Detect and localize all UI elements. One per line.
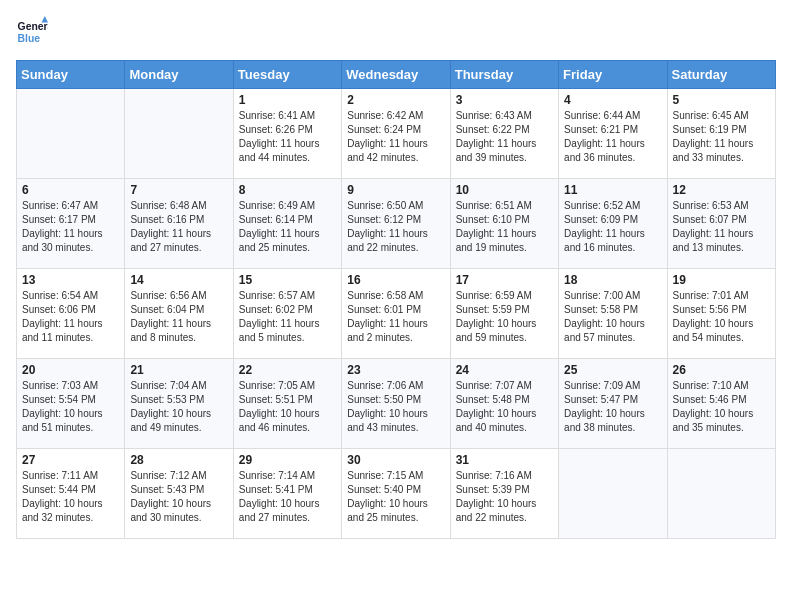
calendar-cell: 23Sunrise: 7:06 AM Sunset: 5:50 PM Dayli… — [342, 359, 450, 449]
day-number: 31 — [456, 453, 553, 467]
logo: General Blue — [16, 16, 52, 48]
day-number: 8 — [239, 183, 336, 197]
calendar-cell: 26Sunrise: 7:10 AM Sunset: 5:46 PM Dayli… — [667, 359, 775, 449]
day-number: 24 — [456, 363, 553, 377]
day-info: Sunrise: 7:10 AM Sunset: 5:46 PM Dayligh… — [673, 379, 770, 435]
day-number: 3 — [456, 93, 553, 107]
day-info: Sunrise: 6:48 AM Sunset: 6:16 PM Dayligh… — [130, 199, 227, 255]
day-info: Sunrise: 6:58 AM Sunset: 6:01 PM Dayligh… — [347, 289, 444, 345]
day-info: Sunrise: 7:00 AM Sunset: 5:58 PM Dayligh… — [564, 289, 661, 345]
day-info: Sunrise: 6:47 AM Sunset: 6:17 PM Dayligh… — [22, 199, 119, 255]
day-number: 29 — [239, 453, 336, 467]
calendar-cell: 20Sunrise: 7:03 AM Sunset: 5:54 PM Dayli… — [17, 359, 125, 449]
calendar-cell: 15Sunrise: 6:57 AM Sunset: 6:02 PM Dayli… — [233, 269, 341, 359]
day-header-friday: Friday — [559, 61, 667, 89]
day-info: Sunrise: 7:01 AM Sunset: 5:56 PM Dayligh… — [673, 289, 770, 345]
calendar-cell: 18Sunrise: 7:00 AM Sunset: 5:58 PM Dayli… — [559, 269, 667, 359]
day-number: 21 — [130, 363, 227, 377]
day-number: 25 — [564, 363, 661, 377]
day-number: 6 — [22, 183, 119, 197]
calendar-cell: 10Sunrise: 6:51 AM Sunset: 6:10 PM Dayli… — [450, 179, 558, 269]
calendar-cell: 30Sunrise: 7:15 AM Sunset: 5:40 PM Dayli… — [342, 449, 450, 539]
day-info: Sunrise: 7:06 AM Sunset: 5:50 PM Dayligh… — [347, 379, 444, 435]
day-number: 19 — [673, 273, 770, 287]
calendar-cell: 29Sunrise: 7:14 AM Sunset: 5:41 PM Dayli… — [233, 449, 341, 539]
calendar-cell: 31Sunrise: 7:16 AM Sunset: 5:39 PM Dayli… — [450, 449, 558, 539]
svg-text:General: General — [18, 21, 48, 32]
calendar-cell: 9Sunrise: 6:50 AM Sunset: 6:12 PM Daylig… — [342, 179, 450, 269]
day-info: Sunrise: 6:44 AM Sunset: 6:21 PM Dayligh… — [564, 109, 661, 165]
day-number: 30 — [347, 453, 444, 467]
calendar-cell: 2Sunrise: 6:42 AM Sunset: 6:24 PM Daylig… — [342, 89, 450, 179]
day-info: Sunrise: 7:11 AM Sunset: 5:44 PM Dayligh… — [22, 469, 119, 525]
calendar-cell: 6Sunrise: 6:47 AM Sunset: 6:17 PM Daylig… — [17, 179, 125, 269]
day-number: 10 — [456, 183, 553, 197]
day-number: 7 — [130, 183, 227, 197]
calendar-cell — [559, 449, 667, 539]
day-number: 14 — [130, 273, 227, 287]
svg-marker-2 — [42, 16, 48, 22]
page-header: General Blue — [16, 16, 776, 48]
day-number: 20 — [22, 363, 119, 377]
day-info: Sunrise: 6:52 AM Sunset: 6:09 PM Dayligh… — [564, 199, 661, 255]
day-info: Sunrise: 6:45 AM Sunset: 6:19 PM Dayligh… — [673, 109, 770, 165]
day-number: 17 — [456, 273, 553, 287]
calendar-cell: 16Sunrise: 6:58 AM Sunset: 6:01 PM Dayli… — [342, 269, 450, 359]
day-info: Sunrise: 7:16 AM Sunset: 5:39 PM Dayligh… — [456, 469, 553, 525]
day-info: Sunrise: 6:56 AM Sunset: 6:04 PM Dayligh… — [130, 289, 227, 345]
calendar-cell: 17Sunrise: 6:59 AM Sunset: 5:59 PM Dayli… — [450, 269, 558, 359]
calendar-cell: 11Sunrise: 6:52 AM Sunset: 6:09 PM Dayli… — [559, 179, 667, 269]
day-number: 12 — [673, 183, 770, 197]
day-info: Sunrise: 6:57 AM Sunset: 6:02 PM Dayligh… — [239, 289, 336, 345]
calendar-cell: 25Sunrise: 7:09 AM Sunset: 5:47 PM Dayli… — [559, 359, 667, 449]
day-number: 18 — [564, 273, 661, 287]
calendar-cell: 8Sunrise: 6:49 AM Sunset: 6:14 PM Daylig… — [233, 179, 341, 269]
day-info: Sunrise: 7:03 AM Sunset: 5:54 PM Dayligh… — [22, 379, 119, 435]
calendar-cell: 28Sunrise: 7:12 AM Sunset: 5:43 PM Dayli… — [125, 449, 233, 539]
day-info: Sunrise: 7:12 AM Sunset: 5:43 PM Dayligh… — [130, 469, 227, 525]
day-number: 13 — [22, 273, 119, 287]
day-number: 11 — [564, 183, 661, 197]
calendar-cell — [667, 449, 775, 539]
day-number: 28 — [130, 453, 227, 467]
day-number: 22 — [239, 363, 336, 377]
day-number: 2 — [347, 93, 444, 107]
calendar-cell: 7Sunrise: 6:48 AM Sunset: 6:16 PM Daylig… — [125, 179, 233, 269]
day-info: Sunrise: 7:15 AM Sunset: 5:40 PM Dayligh… — [347, 469, 444, 525]
calendar: SundayMondayTuesdayWednesdayThursdayFrid… — [16, 60, 776, 539]
svg-text:Blue: Blue — [18, 33, 41, 44]
calendar-cell: 3Sunrise: 6:43 AM Sunset: 6:22 PM Daylig… — [450, 89, 558, 179]
logo-icon: General Blue — [16, 16, 48, 48]
day-number: 26 — [673, 363, 770, 377]
day-info: Sunrise: 7:07 AM Sunset: 5:48 PM Dayligh… — [456, 379, 553, 435]
calendar-cell: 12Sunrise: 6:53 AM Sunset: 6:07 PM Dayli… — [667, 179, 775, 269]
day-info: Sunrise: 6:59 AM Sunset: 5:59 PM Dayligh… — [456, 289, 553, 345]
day-number: 5 — [673, 93, 770, 107]
day-number: 16 — [347, 273, 444, 287]
day-header-monday: Monday — [125, 61, 233, 89]
calendar-cell: 4Sunrise: 6:44 AM Sunset: 6:21 PM Daylig… — [559, 89, 667, 179]
calendar-cell: 14Sunrise: 6:56 AM Sunset: 6:04 PM Dayli… — [125, 269, 233, 359]
day-info: Sunrise: 6:42 AM Sunset: 6:24 PM Dayligh… — [347, 109, 444, 165]
day-info: Sunrise: 6:53 AM Sunset: 6:07 PM Dayligh… — [673, 199, 770, 255]
day-header-saturday: Saturday — [667, 61, 775, 89]
day-number: 23 — [347, 363, 444, 377]
day-number: 15 — [239, 273, 336, 287]
calendar-cell: 19Sunrise: 7:01 AM Sunset: 5:56 PM Dayli… — [667, 269, 775, 359]
day-header-tuesday: Tuesday — [233, 61, 341, 89]
day-info: Sunrise: 6:54 AM Sunset: 6:06 PM Dayligh… — [22, 289, 119, 345]
day-header-thursday: Thursday — [450, 61, 558, 89]
day-info: Sunrise: 6:49 AM Sunset: 6:14 PM Dayligh… — [239, 199, 336, 255]
calendar-cell: 27Sunrise: 7:11 AM Sunset: 5:44 PM Dayli… — [17, 449, 125, 539]
day-info: Sunrise: 7:05 AM Sunset: 5:51 PM Dayligh… — [239, 379, 336, 435]
calendar-cell: 22Sunrise: 7:05 AM Sunset: 5:51 PM Dayli… — [233, 359, 341, 449]
calendar-cell: 13Sunrise: 6:54 AM Sunset: 6:06 PM Dayli… — [17, 269, 125, 359]
calendar-cell: 24Sunrise: 7:07 AM Sunset: 5:48 PM Dayli… — [450, 359, 558, 449]
calendar-cell — [17, 89, 125, 179]
day-info: Sunrise: 6:50 AM Sunset: 6:12 PM Dayligh… — [347, 199, 444, 255]
day-number: 4 — [564, 93, 661, 107]
calendar-cell: 1Sunrise: 6:41 AM Sunset: 6:26 PM Daylig… — [233, 89, 341, 179]
calendar-cell: 21Sunrise: 7:04 AM Sunset: 5:53 PM Dayli… — [125, 359, 233, 449]
day-header-sunday: Sunday — [17, 61, 125, 89]
day-number: 1 — [239, 93, 336, 107]
